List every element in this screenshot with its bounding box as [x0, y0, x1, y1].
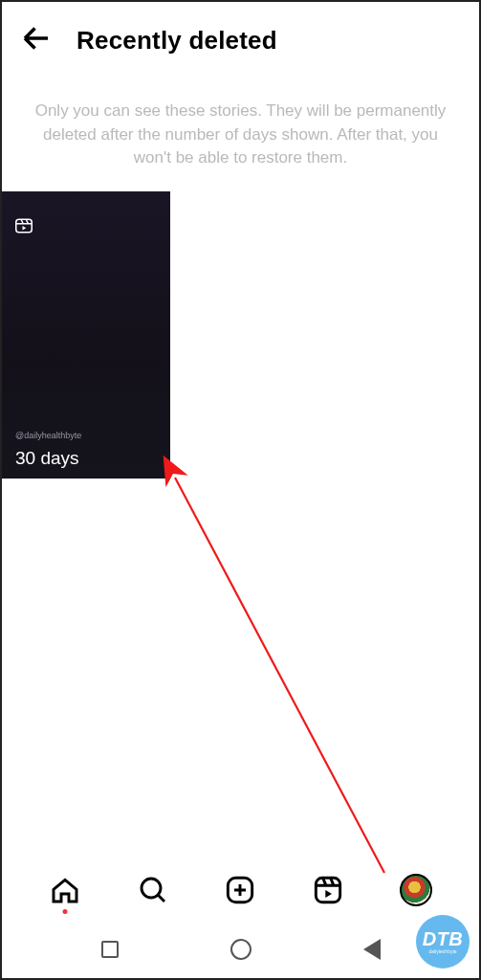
search-tab[interactable] [137, 874, 169, 906]
home-button[interactable] [230, 939, 251, 960]
create-tab[interactable] [224, 874, 256, 906]
info-text: Only you can see these stories. They wil… [2, 69, 479, 170]
system-nav-bar [2, 921, 479, 978]
svg-point-2 [142, 879, 161, 898]
bottom-tab-bar [2, 859, 479, 921]
watermark-badge: DTB dailytechbyte [416, 915, 470, 969]
home-tab[interactable] [49, 874, 81, 906]
deleted-items-grid: @dailyhealthbyte 30 days [2, 170, 479, 479]
reels-tab[interactable] [312, 874, 344, 906]
svg-line-1 [175, 478, 384, 873]
days-remaining-label: 30 days [15, 448, 79, 469]
deleted-story-thumbnail[interactable]: @dailyhealthbyte 30 days [2, 191, 170, 479]
page-title: Recently deleted [77, 26, 277, 56]
avatar-icon [400, 874, 432, 906]
back-arrow-icon[interactable] [19, 21, 54, 59]
notification-dot-icon [62, 909, 67, 914]
back-button[interactable] [363, 939, 381, 960]
recent-apps-button[interactable] [101, 941, 119, 958]
profile-tab[interactable] [400, 874, 432, 906]
svg-rect-0 [16, 219, 33, 233]
reels-icon [15, 218, 33, 237]
svg-rect-4 [317, 878, 340, 902]
story-handle: @dailyhealthbyte [15, 431, 81, 440]
